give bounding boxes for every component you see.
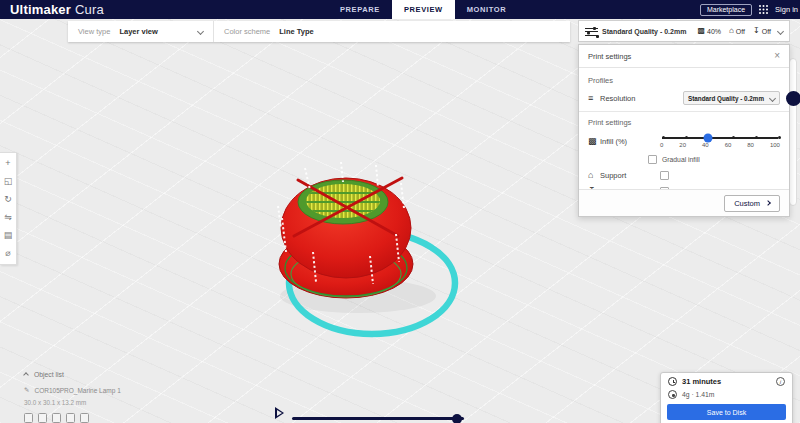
adhesion-stat-value: Off <box>762 28 771 35</box>
view-toolbar: View type Layer view Color scheme Line T… <box>68 21 570 42</box>
sign-in-button[interactable]: Sign in <box>775 5 798 14</box>
resolution-layers-icon: ≡ <box>588 93 600 103</box>
material-estimate: 4g · 1.41m <box>682 391 715 398</box>
infill-slider-track <box>662 137 778 139</box>
active-profile: Standard Quality - 0.2mm <box>602 28 686 35</box>
per-model-settings-icon[interactable]: ▤ <box>3 231 14 240</box>
object-name: COR105PRO_Marine Lamp 1 <box>34 387 120 394</box>
simulation-slider-track[interactable] <box>292 417 464 420</box>
resolution-row: ≡ Resolution Standard Quality - 0.2mm <box>588 91 780 105</box>
section-divider <box>579 111 789 112</box>
print-time: 31 minutes <box>682 377 721 386</box>
brand-bold: Ultimaker <box>10 2 71 17</box>
view-type-dropdown[interactable]: View type Layer view <box>68 21 213 42</box>
settings-sliders-icon <box>585 26 598 37</box>
clock-icon <box>668 377 677 386</box>
layer-slider-track[interactable] <box>789 58 797 206</box>
support-blocker-icon[interactable]: ⌀ <box>3 249 14 258</box>
model-preview-lamp[interactable] <box>258 156 488 346</box>
custom-settings-button[interactable]: Custom <box>724 195 780 212</box>
object-name-row[interactable]: ✎ COR105PRO_Marine Lamp 1 <box>24 386 121 394</box>
bottom-toolbar-icon-4[interactable] <box>66 413 75 423</box>
support-row: ⌂ Support <box>588 170 780 180</box>
tab-monitor[interactable]: MONITOR <box>455 0 518 19</box>
support-icon: ⌂ <box>729 27 734 35</box>
edit-pencil-icon: ✎ <box>24 386 29 394</box>
gradual-infill-row: Gradual infill <box>648 155 780 164</box>
bottom-toolbar-icon-5[interactable] <box>80 413 89 423</box>
panel-footer: Custom <box>579 189 789 216</box>
mirror-tool-icon[interactable]: ⇋ <box>3 213 14 222</box>
bottom-toolbar-icon-2[interactable] <box>38 413 47 423</box>
infill-slider[interactable]: 0 20 40 60 80 100 <box>660 133 780 149</box>
view-type-label: View type <box>78 27 110 36</box>
scale-tool-icon[interactable]: ◱ <box>3 177 14 186</box>
left-toolbar: + ◱ ↻ ⇋ ▤ ⌀ <box>0 152 17 265</box>
brand-light: Cura <box>75 2 104 17</box>
infill-icon: ▩ <box>697 27 705 35</box>
color-scheme-value: Line Type <box>279 27 313 36</box>
resolution-label: Resolution <box>600 94 648 103</box>
custom-button-label: Custom <box>734 199 760 208</box>
object-dimensions: 30.0 x 30.1 x 13.2 mm <box>24 399 121 406</box>
resolution-value: Standard Quality - 0.2mm <box>688 95 764 102</box>
save-to-disk-button[interactable]: Save to Disk <box>667 404 786 420</box>
stage-tabs: PREPARE PREVIEW MONITOR <box>328 0 518 19</box>
infill-icon: ▩ <box>588 136 600 146</box>
header-right: Marketplace Sign in <box>700 0 800 19</box>
infill-label: Infill (%) <box>600 137 648 146</box>
chevron-down-icon <box>769 94 776 101</box>
app-logo: Ultimaker Cura <box>10 2 104 17</box>
support-stat-value: Off <box>736 28 745 35</box>
print-settings-section-label: Print settings <box>588 118 780 127</box>
infill-row: ▩ Infill (%) 0 20 40 60 80 100 <box>588 133 780 149</box>
print-settings-panel: Print settings × Profiles ≡ Resolution S… <box>578 44 790 217</box>
support-checkbox[interactable] <box>660 171 669 180</box>
chevron-right-icon <box>765 200 771 206</box>
support-icon: ⌂ <box>588 170 600 180</box>
support-stat: ⌂ Off <box>729 27 745 35</box>
profiles-section-label: Profiles <box>588 76 780 85</box>
app-switcher-icon[interactable] <box>759 5 768 14</box>
bottom-toolbar-icon-3[interactable] <box>52 413 61 423</box>
bottom-toolbar-icon-1[interactable] <box>24 413 33 423</box>
infill-slider-labels: 0 20 40 60 80 100 <box>660 142 780 148</box>
panel-title: Print settings <box>588 52 631 61</box>
infill-slider-handle[interactable] <box>704 133 713 142</box>
print-estimate-card: 31 minutes i 4g · 1.41m Save to Disk <box>660 372 793 423</box>
material-row: 4g · 1.41m <box>661 386 792 399</box>
chevron-up-icon <box>23 372 29 378</box>
simulation-controls <box>276 406 464 420</box>
info-icon[interactable]: i <box>776 377 785 386</box>
object-list-panel: Object list ✎ COR105PRO_Marine Lamp 1 30… <box>24 371 121 423</box>
move-tool-icon[interactable]: + <box>3 159 14 168</box>
play-icon[interactable] <box>276 408 284 418</box>
time-row: 31 minutes i <box>661 373 792 386</box>
bottom-icon-row <box>24 413 121 423</box>
resolution-dropdown[interactable]: Standard Quality - 0.2mm <box>683 91 780 105</box>
object-list-toggle[interactable]: Object list <box>24 371 121 378</box>
chevron-down-icon <box>197 28 204 35</box>
material-spool-icon <box>668 390 677 399</box>
gradual-infill-label: Gradual infill <box>662 156 700 163</box>
simulation-slider-handle[interactable] <box>452 414 462 423</box>
infill-stat-value: 40% <box>707 28 721 35</box>
chevron-down-icon <box>777 27 784 34</box>
view-type-value: Layer view <box>119 27 157 36</box>
close-icon[interactable]: × <box>774 51 780 61</box>
color-scheme-dropdown[interactable]: Color scheme Line Type <box>214 21 324 42</box>
infill-stat: ▩ 40% <box>697 27 721 35</box>
marketplace-button[interactable]: Marketplace <box>700 4 752 16</box>
layer-slider-handle[interactable] <box>786 91 800 106</box>
rotate-tool-icon[interactable]: ↻ <box>3 195 14 204</box>
tab-prepare[interactable]: PREPARE <box>328 0 392 19</box>
object-list-label: Object list <box>34 371 64 378</box>
adhesion-stat: ↧ Off <box>753 27 771 35</box>
support-label: Support <box>600 171 648 180</box>
tab-preview[interactable]: PREVIEW <box>392 0 455 19</box>
color-scheme-label: Color scheme <box>224 27 270 36</box>
app-header: Ultimaker Cura PREPARE PREVIEW MONITOR M… <box>0 0 800 19</box>
print-setup-toolbar[interactable]: Standard Quality - 0.2mm ▩ 40% ⌂ Off ↧ O… <box>578 20 790 42</box>
adhesion-icon: ↧ <box>753 27 760 35</box>
gradual-infill-checkbox[interactable] <box>648 155 657 164</box>
